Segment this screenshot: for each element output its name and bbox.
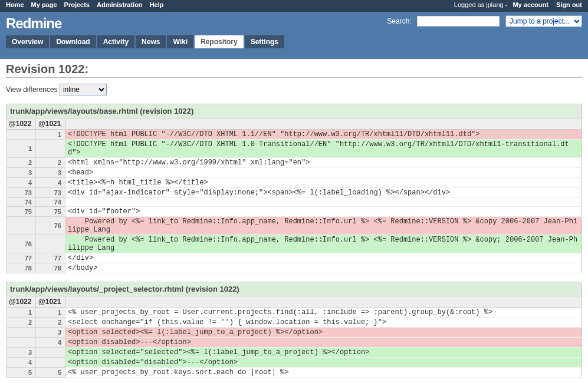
topmenu-item[interactable]: Sign out bbox=[554, 0, 584, 9]
tab-repository[interactable]: Repository bbox=[195, 35, 244, 48]
diff-row: 7575<div id="footer"> bbox=[6, 207, 582, 217]
line-num-a bbox=[6, 338, 36, 348]
line-num-a: 2 bbox=[6, 318, 36, 328]
line-num-a: 77 bbox=[6, 253, 36, 263]
topmenu-item[interactable]: My page bbox=[29, 0, 60, 9]
top-menu: HomeMy pageProjectsAdministrationHelp Lo… bbox=[0, 0, 588, 12]
line-num-a: 5 bbox=[6, 368, 36, 378]
topmenu-item[interactable]: My account bbox=[510, 0, 551, 9]
tab-settings[interactable]: Settings bbox=[245, 35, 284, 48]
header: Search: Jump to a project... Redmine Ove… bbox=[0, 12, 588, 59]
line-num-b: 5 bbox=[36, 368, 65, 378]
diff-row: 55<% user_projects_by_root.keys.sort.eac… bbox=[6, 368, 582, 378]
line-num-b bbox=[36, 358, 65, 368]
diff-row: 11<% user_projects_by_root = User.curren… bbox=[6, 308, 582, 318]
diff-row: 22<select onchange="if (this.value != ''… bbox=[6, 318, 582, 328]
page-title: Revision 1022: bbox=[6, 62, 582, 78]
line-num-b: 75 bbox=[36, 207, 65, 217]
line-code: <head> bbox=[65, 168, 582, 178]
line-num-b: 4 bbox=[36, 338, 65, 348]
diff-mode-select[interactable]: inline bbox=[60, 84, 107, 95]
line-num-b: 4 bbox=[36, 178, 65, 188]
line-num-b: 2 bbox=[36, 158, 65, 168]
line-num-b bbox=[36, 235, 65, 253]
file-header: trunk/app/views/layouts/_project_selecto… bbox=[6, 282, 582, 296]
line-num-a: 75 bbox=[6, 207, 36, 217]
line-num-a bbox=[6, 328, 36, 338]
diff-row: 76 Powered by <%= link_to Redmine::Info.… bbox=[6, 235, 582, 253]
diff-row: 76 Powered by <%= link_to Redmine::Info.… bbox=[6, 217, 582, 235]
file-header: trunk/app/views/layouts/base.rhtml (revi… bbox=[6, 104, 582, 118]
diff-row: 7878</body> bbox=[6, 263, 582, 273]
line-code: <div id="footer"> bbox=[65, 207, 582, 217]
line-code: Powered by <%= link_to Redmine::Info.app… bbox=[65, 217, 582, 235]
line-num-b: 78 bbox=[36, 263, 65, 273]
line-num-b bbox=[36, 140, 65, 158]
diff-row: 7777</div> bbox=[6, 253, 582, 263]
line-code: <div id="ajax-indicator" style="display:… bbox=[65, 188, 582, 198]
line-code: <% user_projects_by_root = User.current.… bbox=[65, 308, 582, 318]
line-num-b: 77 bbox=[36, 253, 65, 263]
topmenu-item[interactable]: Administration bbox=[94, 0, 145, 9]
line-num-a: 1 bbox=[6, 140, 36, 158]
tab-activity[interactable]: Activity bbox=[97, 35, 134, 48]
line-code: <html xmlns="http://www.w3.org/1999/xhtm… bbox=[65, 158, 582, 168]
line-code: Powered by <%= link_to Redmine::Info.app… bbox=[65, 235, 582, 253]
line-num-b: 73 bbox=[36, 188, 65, 198]
diff-row: 33<head> bbox=[6, 168, 582, 178]
project-jump-select[interactable]: Jump to a project... bbox=[505, 15, 582, 27]
rev-a: @1022 bbox=[6, 296, 36, 308]
tab-overview[interactable]: Overview bbox=[6, 35, 49, 48]
line-code: <!DOCTYPE html PUBLIC "-//W3C//DTD XHTML… bbox=[65, 140, 582, 158]
line-num-a: 73 bbox=[6, 188, 36, 198]
line-num-a: 76 bbox=[6, 235, 36, 253]
line-code: <!DOCTYPE html PUBLIC "-//W3C//DTD XHTML… bbox=[65, 130, 582, 140]
diff-table: trunk/app/views/layouts/_project_selecto… bbox=[6, 282, 582, 378]
tab-wiki[interactable]: Wiki bbox=[167, 35, 193, 48]
rev-b: @1021 bbox=[36, 118, 65, 130]
line-num-a: 4 bbox=[6, 178, 36, 188]
line-num-a: 3 bbox=[6, 348, 36, 358]
quick-search: Search: Jump to a project... bbox=[387, 15, 582, 27]
line-code: <% user_projects_by_root.keys.sort.each … bbox=[65, 368, 582, 378]
search-input[interactable] bbox=[417, 16, 500, 27]
line-code: </body> bbox=[65, 263, 582, 273]
diff-row: 4<option disabled="disabled">---</option… bbox=[6, 358, 582, 368]
line-num-b: 1 bbox=[36, 308, 65, 318]
line-num-a: 4 bbox=[6, 358, 36, 368]
diff-row: 7474 bbox=[6, 198, 582, 207]
line-num-a: 3 bbox=[6, 168, 36, 178]
line-code: <option disabled>---</option> bbox=[65, 338, 582, 348]
main-menu: OverviewDownloadActivityNewsWikiReposito… bbox=[6, 35, 582, 48]
diff-row: 3<option selected><%= l(:label_jump_to_a… bbox=[6, 328, 582, 338]
diff-row: 1<!DOCTYPE html PUBLIC "-//W3C//DTD XHTM… bbox=[6, 140, 582, 158]
line-code: <select onchange="if (this.value != '') … bbox=[65, 318, 582, 328]
line-num-a bbox=[6, 130, 36, 140]
line-code: <option disabled="disabled">---</option> bbox=[65, 358, 582, 368]
topmenu-item[interactable]: Projects bbox=[62, 0, 92, 9]
line-code: <title><%=h html_title %></title> bbox=[65, 178, 582, 188]
line-num-a: 78 bbox=[6, 263, 36, 273]
diff-row: 4<option disabled>---</option> bbox=[6, 338, 582, 348]
line-num-a: 1 bbox=[6, 308, 36, 318]
diff-row: 22<html xmlns="http://www.w3.org/1999/xh… bbox=[6, 158, 582, 168]
topmenu-item[interactable]: Help bbox=[147, 0, 166, 9]
line-code bbox=[65, 198, 582, 207]
diff-row: 7373<div id="ajax-indicator" style="disp… bbox=[6, 188, 582, 198]
line-num-b: 2 bbox=[36, 318, 65, 328]
rev-a: @1022 bbox=[6, 118, 36, 130]
line-num-b: 76 bbox=[36, 217, 65, 235]
diff-row: 3<option selected="selected"><%= l(:labe… bbox=[6, 348, 582, 358]
topmenu-item[interactable]: Home bbox=[4, 0, 27, 9]
line-num-a: 2 bbox=[6, 158, 36, 168]
line-num-b: 1 bbox=[36, 130, 65, 140]
tab-news[interactable]: News bbox=[136, 35, 166, 48]
line-num-b: 3 bbox=[36, 168, 65, 178]
line-code: <option selected="selected"><%= l(:label… bbox=[65, 348, 582, 358]
rev-b: @1021 bbox=[36, 296, 65, 308]
line-num-a: 74 bbox=[6, 198, 36, 207]
line-code: </div> bbox=[65, 253, 582, 263]
diff-row: 1<!DOCTYPE html PUBLIC "-//W3C//DTD XHTM… bbox=[6, 130, 582, 140]
tab-download[interactable]: Download bbox=[50, 35, 96, 48]
line-code: <option selected><%= l(:label_jump_to_a_… bbox=[65, 328, 582, 338]
